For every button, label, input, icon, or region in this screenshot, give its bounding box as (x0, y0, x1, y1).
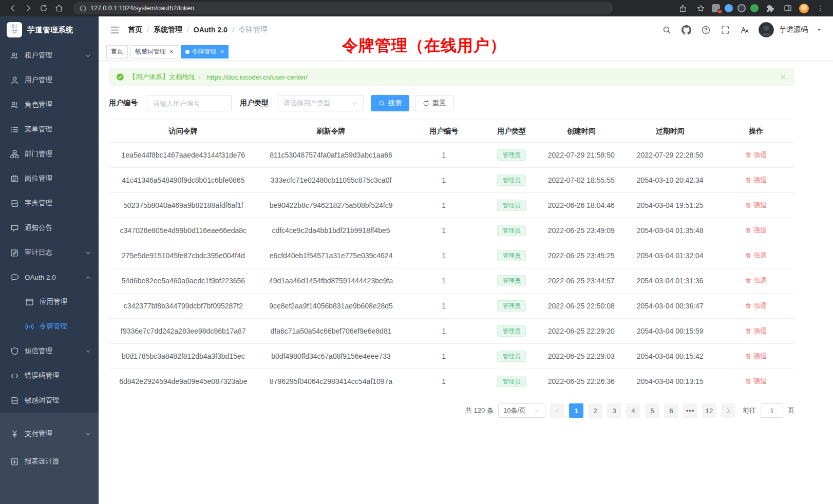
table-row: 41c41346a548490f9dc8b01c6bfe0865333ecfc7… (109, 168, 794, 193)
address-bar[interactable]: 127.0.0.1:1024/system/oauth2/token (73, 2, 613, 14)
sidebar-item-sms[interactable]: 短信管理 (0, 339, 99, 363)
page-button-2[interactable]: 2 (588, 403, 602, 418)
access-token-cell: b0d1785bc3a8482f812db4a3f3bd15ec (109, 344, 258, 369)
sidebar-item-notice[interactable]: 通知公告 (0, 216, 99, 240)
forward-icon[interactable] (22, 2, 35, 14)
user-type-cell: 管理员 (483, 143, 540, 168)
refresh-icon[interactable] (37, 2, 50, 14)
sidebar-item-report-designer[interactable]: 报表设计器 (0, 448, 99, 475)
username[interactable]: 芋道源码 (779, 25, 808, 34)
access-token-cell: 54d6be82ee5a460a9aedc1f9bf223656 (109, 268, 258, 294)
sidebar-item-dict[interactable]: 字典管理 (0, 191, 99, 216)
force-logout-label: 强退 (753, 150, 767, 160)
force-logout-button[interactable]: 强退 (745, 326, 767, 336)
force-logout-button[interactable]: 强退 (745, 301, 767, 311)
page-button-3[interactable]: 3 (607, 403, 621, 418)
search-button[interactable]: 搜索 (371, 95, 409, 111)
user-type-cell: 管理员 (483, 294, 540, 319)
sidebar-item-pay[interactable]: 支付管理 (0, 420, 99, 448)
sidebar-item-oauth2[interactable]: OAuth 2.0 (0, 265, 99, 289)
alert-close-icon[interactable] (780, 73, 787, 81)
pagination-ellipsis[interactable]: ••• (683, 403, 697, 418)
font-size-icon[interactable] (739, 24, 750, 35)
site-info-icon[interactable] (79, 2, 87, 14)
force-logout-button[interactable]: 强退 (745, 352, 767, 361)
sidebar-item-audit-log[interactable]: 审计日志 (0, 240, 99, 265)
next-page-button[interactable] (721, 403, 735, 418)
force-logout-button[interactable]: 强退 (745, 276, 767, 285)
sidebar-item-tenant[interactable]: 租户管理 (0, 43, 99, 68)
app-logo[interactable]: 芋道管理系统 (0, 16, 99, 43)
force-logout-button[interactable]: 强退 (745, 201, 767, 210)
created-time-cell: 2022-06-26 18:04:46 (540, 193, 622, 218)
force-logout-label: 强退 (753, 176, 767, 185)
success-check-icon (116, 73, 124, 81)
star-icon[interactable] (694, 2, 707, 14)
user-type-select[interactable]: 请选择用户类型 (278, 95, 364, 111)
avatar[interactable] (759, 22, 774, 37)
card-icon (10, 175, 19, 183)
breadcrumb-item-0[interactable]: 首页 (128, 25, 142, 34)
user-caret-down-icon[interactable] (816, 27, 823, 33)
sidebar-item-user[interactable]: 用户管理 (0, 68, 99, 92)
sidebar-item-role[interactable]: 角色管理 (0, 92, 99, 117)
fullscreen-icon[interactable] (720, 24, 731, 35)
user-type-cell: 管理员 (483, 168, 540, 193)
browser-profile-icon[interactable] (799, 4, 809, 13)
back-icon[interactable] (6, 2, 20, 14)
breadcrumb-item-1[interactable]: 系统管理 (154, 25, 182, 34)
sidebar-item-menu[interactable]: 菜单管理 (0, 117, 99, 142)
prev-page-button[interactable] (550, 403, 564, 418)
page-size-select[interactable]: 10条/页 (498, 403, 545, 418)
sidebar-item-sensitive-word[interactable]: 敏感词管理 (0, 388, 99, 413)
page-button-4[interactable]: 4 (626, 403, 640, 418)
alert-link[interactable]: https://doc.iocoder.cn/user-center/ (207, 73, 308, 81)
force-logout-button[interactable]: 强退 (745, 251, 767, 260)
collapse-menu-icon[interactable] (109, 24, 120, 35)
page-button-6[interactable]: 6 (664, 403, 678, 418)
page-button-5[interactable]: 5 (645, 403, 659, 418)
user-type-cell: 管理员 (483, 243, 540, 268)
page-buttons: 123456•••12 (569, 403, 716, 418)
browser-menu-icon[interactable] (813, 2, 827, 14)
force-logout-button[interactable]: 强退 (745, 176, 767, 185)
action-cell: 强退 (717, 344, 794, 369)
expire-time-cell: 2054-03-04 00:15:59 (622, 319, 718, 344)
user-id-input[interactable] (147, 95, 232, 111)
sidebar-toggle-icon[interactable] (781, 2, 794, 14)
tab-sensitive-word[interactable]: 敏感词管理× (130, 45, 178, 59)
force-logout-button[interactable]: 强退 (745, 150, 767, 160)
token-table: 访问令牌刷新令牌用户编号用户类型创建时间过期时间操作 1ea5e44f8bc14… (109, 120, 794, 394)
search-icon[interactable] (661, 24, 672, 35)
goto-page-input[interactable] (761, 403, 783, 418)
force-logout-label: 强退 (753, 251, 767, 260)
tab-close-icon[interactable]: × (169, 48, 174, 55)
sidebar-item-dept[interactable]: 部门管理 (0, 142, 99, 166)
force-logout-button[interactable]: 强退 (745, 226, 767, 235)
extension-icon[interactable] (712, 4, 720, 12)
reset-button[interactable]: 重置 (415, 95, 453, 111)
tab-home[interactable]: 首页 (106, 45, 128, 59)
home-icon[interactable] (52, 2, 66, 14)
tab-token[interactable]: 令牌管理× (181, 45, 229, 59)
page-button-12[interactable]: 12 (702, 403, 716, 418)
extension-icon[interactable] (737, 4, 746, 12)
share-icon[interactable] (676, 2, 689, 14)
extension-icon[interactable] (750, 4, 759, 12)
force-logout-label: 强退 (753, 326, 767, 336)
sidebar-item-error-code[interactable]: 错误码管理 (0, 363, 99, 388)
help-icon[interactable] (700, 24, 711, 35)
extensions-puzzle-icon[interactable] (763, 2, 777, 14)
tab-close-icon[interactable]: × (220, 48, 224, 55)
goto-label: 前往 (743, 406, 756, 415)
breadcrumb-item-2[interactable]: OAuth 2.0 (194, 26, 228, 34)
sidebar-item-post[interactable]: 岗位管理 (0, 166, 99, 191)
sidebar-item-oauth2-token[interactable]: 令牌管理 (0, 314, 99, 339)
force-logout-button[interactable]: 强退 (745, 377, 767, 386)
table-row: c347026e805e4d99b0d116eae66eda8ccdfc4ce9… (109, 218, 794, 243)
page-button-1[interactable]: 1 (569, 403, 583, 418)
github-icon[interactable] (680, 24, 692, 35)
people-icon (10, 51, 19, 60)
extension-icon[interactable] (725, 4, 733, 12)
sidebar-item-oauth2-app[interactable]: 应用管理 (0, 289, 99, 314)
